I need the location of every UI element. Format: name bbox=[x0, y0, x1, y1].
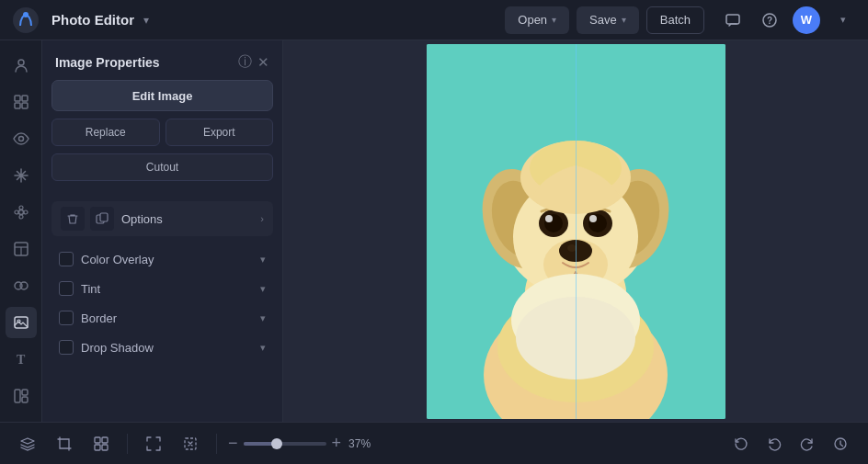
border-label: Border bbox=[81, 311, 253, 325]
edit-image-button[interactable]: Edit Image bbox=[51, 80, 273, 111]
message-button[interactable] bbox=[719, 6, 747, 34]
checkbox-border[interactable]: Border ▾ bbox=[51, 304, 273, 332]
sidebar-sparkle-icon[interactable] bbox=[6, 160, 37, 191]
canvas-image bbox=[427, 44, 725, 419]
panel-close-icon[interactable]: ✕ bbox=[257, 54, 269, 71]
options-icons bbox=[61, 207, 114, 231]
duplicate-icon[interactable] bbox=[90, 207, 114, 231]
sidebar-image-icon[interactable] bbox=[6, 307, 37, 338]
replace-button[interactable]: Replace bbox=[51, 119, 160, 146]
tint-checkbox[interactable] bbox=[59, 281, 74, 296]
batch-button[interactable]: Batch bbox=[646, 6, 704, 34]
properties-panel: Image Properties ⓘ ✕ Edit Image Replace … bbox=[42, 40, 283, 422]
checkbox-color-overlay[interactable]: Color Overlay ▾ bbox=[51, 245, 273, 273]
tint-chevron-icon: ▾ bbox=[260, 283, 266, 295]
fit-screen-icon-button[interactable] bbox=[139, 429, 168, 458]
grid-view-icon-button[interactable] bbox=[86, 429, 116, 458]
open-button[interactable]: Open ▾ bbox=[505, 6, 569, 34]
cutout-button[interactable]: Cutout bbox=[51, 153, 273, 181]
border-chevron-icon: ▾ bbox=[260, 312, 266, 324]
app-name-chevron: ▾ bbox=[143, 14, 149, 27]
sidebar-flower-icon[interactable] bbox=[6, 197, 37, 228]
drop-shadow-label: Drop Shadow bbox=[81, 341, 253, 355]
checkbox-list: Color Overlay ▾ Tint ▾ Border ▾ Drop Sha… bbox=[42, 245, 282, 361]
topbar: Photo Editor ▾ Open ▾ Save ▾ Batch ? W ▾ bbox=[0, 0, 868, 40]
zoom-slider-container: − + bbox=[228, 434, 341, 453]
topbar-right: ? W ▾ bbox=[719, 6, 857, 34]
color-overlay-label: Color Overlay bbox=[81, 253, 253, 266]
sidebar-grid-icon[interactable] bbox=[6, 86, 37, 118]
drop-shadow-checkbox[interactable] bbox=[59, 340, 74, 355]
app-logo bbox=[11, 6, 40, 35]
svg-point-41 bbox=[567, 244, 577, 252]
svg-rect-26 bbox=[22, 397, 28, 402]
main-content: T Image Properties ⓘ ✕ Edit Image Replac… bbox=[0, 40, 868, 422]
canvas-area bbox=[283, 40, 868, 422]
sidebar-group-icon[interactable] bbox=[6, 270, 37, 301]
sidebar-layout-icon[interactable] bbox=[6, 233, 37, 265]
history-icon-button[interactable] bbox=[826, 429, 855, 458]
checkbox-drop-shadow[interactable]: Drop Shadow ▾ bbox=[51, 334, 273, 361]
svg-rect-6 bbox=[15, 96, 20, 101]
avatar-chevron-button[interactable]: ▾ bbox=[829, 6, 857, 34]
zoom-plus-button[interactable]: + bbox=[332, 434, 342, 453]
sidebar-people-icon[interactable] bbox=[6, 50, 37, 81]
bottom-separator-1 bbox=[127, 434, 128, 454]
svg-point-12 bbox=[19, 206, 23, 209]
options-chevron-icon: › bbox=[260, 213, 264, 224]
undo-icon-button[interactable] bbox=[760, 429, 789, 458]
sidebar-template-icon[interactable] bbox=[6, 380, 37, 412]
svg-point-40 bbox=[559, 240, 592, 262]
svg-rect-25 bbox=[22, 390, 28, 395]
svg-point-5 bbox=[18, 60, 24, 65]
sidebar-eye-icon[interactable] bbox=[6, 123, 37, 154]
panel-info-icon[interactable]: ⓘ bbox=[238, 53, 252, 71]
svg-rect-55 bbox=[102, 445, 108, 450]
user-avatar[interactable]: W bbox=[793, 6, 820, 34]
svg-rect-24 bbox=[15, 390, 20, 402]
canvas-image-container bbox=[427, 44, 725, 419]
layers-icon-button[interactable] bbox=[13, 429, 42, 458]
svg-rect-2 bbox=[726, 15, 739, 24]
svg-rect-52 bbox=[95, 437, 100, 443]
svg-point-44 bbox=[545, 215, 553, 222]
panel-header: Image Properties ⓘ ✕ bbox=[42, 40, 282, 80]
svg-rect-21 bbox=[15, 317, 28, 328]
reset-icon-button[interactable] bbox=[726, 429, 756, 458]
app-name: Photo Editor bbox=[51, 12, 134, 28]
svg-rect-9 bbox=[22, 103, 28, 108]
trash-icon[interactable] bbox=[61, 207, 85, 231]
panel-title: Image Properties bbox=[55, 55, 233, 70]
border-checkbox[interactable] bbox=[59, 311, 74, 325]
zoom-percent-label: 37% bbox=[348, 437, 382, 450]
dog-image-svg bbox=[427, 44, 725, 419]
color-overlay-checkbox[interactable] bbox=[59, 252, 74, 266]
svg-point-11 bbox=[18, 210, 23, 215]
svg-point-47 bbox=[589, 215, 597, 222]
svg-rect-28 bbox=[100, 213, 108, 221]
options-row[interactable]: Options › bbox=[51, 201, 273, 236]
save-button[interactable]: Save ▾ bbox=[577, 6, 639, 34]
checkbox-tint[interactable]: Tint ▾ bbox=[51, 275, 273, 302]
open-chevron-icon: ▾ bbox=[552, 15, 556, 25]
svg-text:?: ? bbox=[767, 16, 772, 26]
svg-point-20 bbox=[20, 282, 28, 289]
crop-icon-button[interactable] bbox=[50, 429, 79, 458]
zoom-slider[interactable] bbox=[244, 442, 326, 446]
help-button[interactable]: ? bbox=[756, 6, 783, 34]
replace-export-row: Replace Export bbox=[51, 119, 273, 146]
redo-icon-button[interactable] bbox=[793, 429, 822, 458]
export-button[interactable]: Export bbox=[166, 119, 274, 146]
svg-text:T: T bbox=[17, 353, 26, 367]
tint-label: Tint bbox=[81, 282, 253, 296]
panel-section-main: Edit Image Replace Export Cutout bbox=[42, 80, 282, 201]
svg-point-0 bbox=[13, 7, 39, 33]
sidebar-text-icon[interactable]: T bbox=[6, 344, 37, 375]
crop-selection-icon-button[interactable] bbox=[176, 429, 205, 458]
sidebar-icons: T bbox=[0, 40, 42, 422]
zoom-minus-button[interactable]: − bbox=[228, 434, 238, 453]
drop-shadow-chevron-icon: ▾ bbox=[260, 342, 266, 354]
svg-rect-8 bbox=[15, 103, 20, 108]
zoom-slider-thumb[interactable] bbox=[271, 438, 282, 449]
color-overlay-chevron-icon: ▾ bbox=[260, 254, 266, 266]
